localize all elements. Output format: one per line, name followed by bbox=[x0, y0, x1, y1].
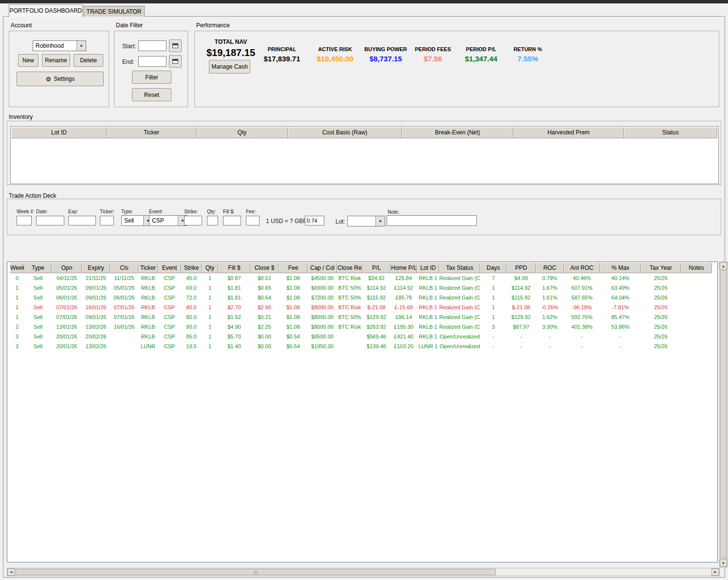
column-header-fill[interactable]: Fill $ bbox=[218, 262, 250, 273]
vertical-scrollbar-thumb[interactable] bbox=[720, 270, 727, 559]
scroll-right-button[interactable]: ► bbox=[711, 568, 719, 576]
trade-action-deck-title: Trade Action Deck bbox=[8, 192, 57, 199]
table-row[interactable]: 3Sell20/01/2620/02/26RKLBCSP85.01$5.70$0… bbox=[7, 332, 717, 341]
column-header-days[interactable]: Days bbox=[480, 262, 506, 273]
table-cell: -0.26% bbox=[536, 302, 564, 312]
table-row[interactable]: 1Sell06/01/2609/01/2606/01/26RKLBCSP72.0… bbox=[7, 293, 717, 302]
column-header-home-p-l[interactable]: Home P/L bbox=[391, 262, 417, 273]
filter-button[interactable]: Filter bbox=[132, 71, 171, 84]
fx-rate-label: 1 USD = ? GBP bbox=[266, 218, 307, 225]
table-cell: - bbox=[536, 332, 564, 341]
horizontal-scrollbar[interactable]: ◄ ► bbox=[7, 568, 720, 576]
column-header-roc[interactable]: ROC bbox=[536, 262, 564, 273]
table-cell: 2 bbox=[10, 322, 24, 332]
table-row[interactable]: 2Sell13/01/2613/02/2616/01/26RKLBCSP80.0… bbox=[7, 322, 717, 332]
fx-rate-input[interactable]: 0.74 bbox=[305, 216, 324, 225]
table-cell: $1.52 bbox=[218, 312, 250, 322]
table-cell: $129.92 bbox=[506, 312, 536, 322]
lot-dropdown[interactable]: ▼ bbox=[347, 216, 385, 226]
inventory-column-header-ticker[interactable]: Ticker bbox=[107, 127, 196, 138]
settings-button[interactable]: Settings bbox=[17, 72, 104, 86]
input-strike[interactable] bbox=[184, 216, 202, 225]
input-exp[interactable] bbox=[68, 216, 96, 225]
column-header-strike[interactable]: Strike bbox=[181, 262, 202, 273]
end-date-label: End: bbox=[122, 58, 134, 65]
inventory-column-header-break-even-net[interactable]: Break-Even (Net) bbox=[402, 127, 513, 138]
table-cell: 1 bbox=[480, 302, 506, 312]
new-account-button[interactable]: New bbox=[18, 54, 38, 67]
inventory-column-header-lot-id[interactable]: Lot ID bbox=[11, 127, 107, 138]
manage-cash-button[interactable]: Manage Cash bbox=[209, 60, 250, 74]
table-cell: $87.97 bbox=[506, 322, 536, 332]
start-date-picker-button[interactable] bbox=[169, 39, 182, 52]
inventory-frame-title: Inventory bbox=[8, 113, 34, 120]
inventory-column-header-status[interactable]: Status bbox=[624, 127, 717, 138]
tab-portfolio-dashboard[interactable]: PORTFOLIO DASHBOARD bbox=[9, 4, 83, 17]
scroll-up-button[interactable]: ▲ bbox=[720, 262, 727, 270]
table-cell: 1 bbox=[10, 302, 24, 312]
input-week[interactable] bbox=[17, 216, 32, 225]
input-fill[interactable] bbox=[223, 216, 241, 225]
table-cell: Realized Gain (C bbox=[439, 312, 480, 322]
column-header-anl-roc[interactable]: Anl ROC bbox=[564, 262, 600, 273]
column-header-max[interactable]: % Max bbox=[600, 262, 641, 273]
column-header-expiry[interactable]: Expiry bbox=[82, 262, 110, 273]
delete-account-button[interactable]: Delete bbox=[74, 54, 103, 67]
chevron-down-icon[interactable]: ▼ bbox=[76, 41, 86, 51]
column-header-cls[interactable]: Cls bbox=[110, 262, 138, 273]
table-cell: 80.0 bbox=[181, 302, 202, 312]
table-cell: $129.92 bbox=[362, 312, 391, 322]
calendar-icon bbox=[172, 43, 178, 48]
note-input[interactable] bbox=[387, 215, 477, 226]
table-cell: Realized Gain (C bbox=[439, 322, 480, 332]
column-header-close[interactable]: Close $ bbox=[250, 262, 279, 273]
column-header-tax-status[interactable]: Tax Status bbox=[439, 262, 480, 273]
table-cell: Realized Gain (C bbox=[439, 293, 480, 302]
start-date-input[interactable] bbox=[138, 40, 167, 51]
scroll-down-button[interactable]: ▼ bbox=[720, 559, 727, 567]
table-cell: Open/Unrealized bbox=[439, 341, 480, 351]
dropdown-type[interactable]: Sell▼ bbox=[121, 215, 153, 226]
column-header-type[interactable]: Type bbox=[24, 262, 52, 273]
table-row[interactable]: 0Sell04/11/2521/11/2511/11/25RKLBCSP45.0… bbox=[7, 273, 717, 283]
end-date-picker-button[interactable] bbox=[169, 55, 182, 68]
column-header-cap-col[interactable]: Cap / Col bbox=[308, 262, 337, 273]
end-date-input[interactable] bbox=[138, 56, 167, 67]
tab-trade-simulator[interactable]: TRADE SIMULATOR bbox=[83, 6, 145, 17]
column-header-opn[interactable]: Opn bbox=[52, 262, 82, 273]
input-qty[interactable] bbox=[207, 216, 218, 225]
table-row[interactable]: 1Sell05/01/2609/01/2605/01/26RKLBCSP69.0… bbox=[7, 283, 717, 293]
reset-button[interactable]: Reset bbox=[132, 88, 171, 101]
input-ticker[interactable] bbox=[100, 216, 114, 225]
column-header-fee[interactable]: Fee bbox=[279, 262, 308, 273]
input-fee[interactable] bbox=[246, 216, 260, 225]
column-header-notes[interactable]: Notes bbox=[681, 262, 712, 273]
column-header-lot-id[interactable]: Lot ID bbox=[417, 262, 439, 273]
rename-account-button[interactable]: Rename bbox=[42, 54, 70, 67]
input-date[interactable] bbox=[36, 216, 64, 225]
column-header-ppd[interactable]: PPD bbox=[506, 262, 536, 273]
table-row[interactable]: 1Sell07/01/2609/01/2607/01/26RKLBCSP80.0… bbox=[7, 312, 717, 322]
account-dropdown[interactable]: Robinhood ▼ bbox=[33, 40, 86, 51]
horizontal-scrollbar-thumb[interactable] bbox=[16, 569, 496, 575]
scroll-left-button[interactable]: ◄ bbox=[7, 568, 15, 576]
dropdown-event[interactable]: CSP▼ bbox=[149, 215, 187, 226]
table-row[interactable]: 3Sell20/01/2613/02/26LUNRCSP19.51$1.40$0… bbox=[7, 341, 717, 351]
inventory-column-header-cost-basis-raw[interactable]: Cost Basis (Raw) bbox=[288, 127, 402, 138]
column-header-p-l[interactable]: P/L bbox=[362, 262, 391, 273]
column-header-event[interactable]: Event bbox=[158, 262, 181, 273]
column-header-qty[interactable]: Qty bbox=[202, 262, 218, 273]
column-header-week[interactable]: Week bbox=[10, 262, 24, 273]
column-header-tax-year[interactable]: Tax Year bbox=[641, 262, 681, 273]
table-cell: Realized Gain (C bbox=[439, 302, 480, 312]
inventory-column-header-qty[interactable]: Qty bbox=[196, 127, 288, 138]
table-row[interactable]: 1Sell07/01/2616/01/2607/01/26RKLBCSP80.0… bbox=[7, 302, 717, 312]
table-cell: $1.08 bbox=[279, 312, 308, 322]
chevron-down-icon[interactable]: ▼ bbox=[375, 216, 385, 226]
column-header-close-rea[interactable]: Close Rea bbox=[337, 262, 362, 273]
inventory-column-header-harvested-prem[interactable]: Harvested Prem bbox=[513, 127, 624, 138]
table-cell: Sell bbox=[24, 312, 52, 322]
table-cell: Sell bbox=[24, 302, 52, 312]
vertical-scrollbar[interactable]: ▲ ▼ bbox=[719, 262, 728, 567]
column-header-ticker[interactable]: Ticker bbox=[138, 262, 158, 273]
